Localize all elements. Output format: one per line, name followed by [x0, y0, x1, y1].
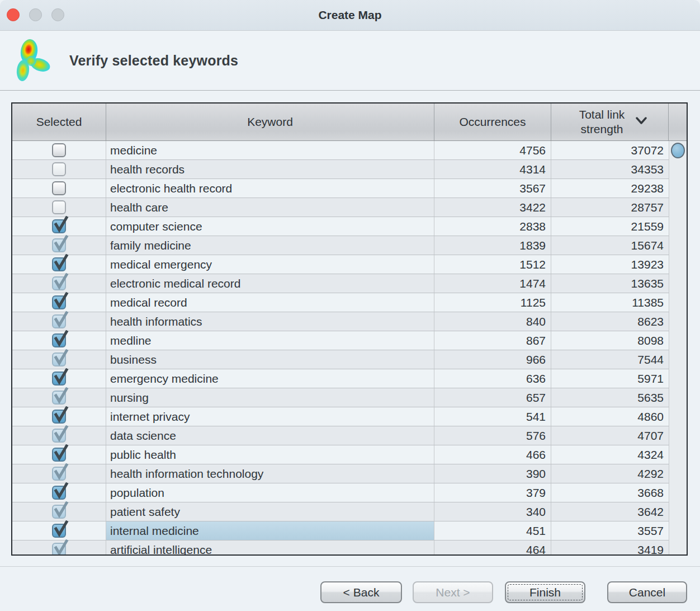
- total-link-strength-cell[interactable]: 11385: [551, 293, 669, 312]
- total-link-strength-cell[interactable]: 7544: [551, 350, 669, 369]
- table-row[interactable]: medline 867 8098: [12, 331, 669, 350]
- table-row[interactable]: public health 466 4324: [12, 445, 669, 464]
- total-link-strength-cell[interactable]: 3642: [551, 502, 669, 521]
- row-checkbox[interactable]: [52, 410, 66, 424]
- occurrences-cell[interactable]: 390: [434, 464, 551, 483]
- keyword-cell[interactable]: data science: [106, 426, 434, 445]
- total-link-strength-cell[interactable]: 34353: [551, 160, 669, 178]
- occurrences-cell[interactable]: 379: [434, 483, 551, 502]
- occurrences-cell[interactable]: 466: [434, 445, 551, 464]
- row-checkbox[interactable]: [52, 543, 66, 554]
- keyword-cell[interactable]: electronic health record: [106, 179, 434, 198]
- row-checkbox[interactable]: [52, 486, 66, 500]
- total-link-strength-cell[interactable]: 4324: [551, 445, 669, 464]
- occurrences-cell[interactable]: 451: [434, 521, 551, 540]
- row-checkbox[interactable]: [52, 162, 66, 176]
- keyword-cell[interactable]: health care: [106, 198, 434, 217]
- keyword-cell[interactable]: population: [106, 483, 434, 502]
- minimize-icon[interactable]: [29, 8, 42, 21]
- total-link-strength-cell[interactable]: 5635: [551, 388, 669, 407]
- occurrences-cell[interactable]: 1125: [434, 293, 551, 312]
- row-checkbox[interactable]: [52, 333, 66, 347]
- table-row[interactable]: electronic health record 3567 29238: [12, 179, 669, 198]
- keyword-cell[interactable]: health information technology: [106, 464, 434, 483]
- table-row[interactable]: artificial intelligence 464 3419: [12, 540, 669, 554]
- table-row[interactable]: health records 4314 34353: [12, 160, 669, 179]
- row-checkbox[interactable]: [52, 352, 66, 366]
- occurrences-cell[interactable]: 1512: [434, 255, 551, 274]
- table-row[interactable]: data science 576 4707: [12, 426, 669, 445]
- total-link-strength-cell[interactable]: 4860: [551, 407, 669, 426]
- occurrences-cell[interactable]: 3567: [434, 179, 551, 198]
- table-row[interactable]: emergency medicine 636 5971: [12, 369, 669, 388]
- total-link-strength-cell[interactable]: 8098: [551, 331, 669, 350]
- keyword-cell[interactable]: medical record: [106, 293, 434, 312]
- total-link-strength-cell[interactable]: 4707: [551, 426, 669, 445]
- table-row[interactable]: medicine 4756 37072: [12, 141, 669, 160]
- keyword-cell[interactable]: patient safety: [106, 502, 434, 521]
- keyword-cell[interactable]: medicine: [106, 141, 434, 159]
- table-row[interactable]: medical emergency 1512 13923: [12, 255, 669, 274]
- finish-button[interactable]: Finish: [505, 581, 585, 603]
- column-header-keyword[interactable]: Keyword: [106, 104, 434, 140]
- table-row[interactable]: medical record 1125 11385: [12, 293, 669, 312]
- row-checkbox[interactable]: [52, 238, 66, 252]
- occurrences-cell[interactable]: 464: [434, 540, 551, 554]
- cancel-button[interactable]: Cancel: [607, 581, 687, 603]
- keyword-cell[interactable]: health informatics: [106, 312, 434, 331]
- row-checkbox[interactable]: [52, 448, 66, 462]
- row-checkbox[interactable]: [52, 314, 66, 328]
- next-button[interactable]: Next >: [413, 581, 493, 603]
- row-checkbox[interactable]: [52, 295, 66, 309]
- keyword-cell[interactable]: medical emergency: [106, 255, 434, 274]
- total-link-strength-cell[interactable]: 3557: [551, 521, 669, 540]
- close-icon[interactable]: [7, 8, 20, 21]
- total-link-strength-cell[interactable]: 13635: [551, 274, 669, 293]
- row-checkbox[interactable]: [52, 372, 66, 386]
- total-link-strength-cell[interactable]: 15674: [551, 236, 669, 255]
- table-row[interactable]: internal medicine 451 3557: [12, 521, 669, 540]
- table-row[interactable]: health informatics 840 8623: [12, 312, 669, 331]
- occurrences-cell[interactable]: 2838: [434, 217, 551, 236]
- keyword-cell[interactable]: nursing: [106, 388, 434, 407]
- keyword-cell[interactable]: family medicine: [106, 236, 434, 255]
- occurrences-cell[interactable]: 4756: [434, 141, 551, 159]
- table-row[interactable]: nursing 657 5635: [12, 388, 669, 407]
- total-link-strength-cell[interactable]: 21559: [551, 217, 669, 236]
- table-row[interactable]: health care 3422 28757: [12, 198, 669, 217]
- total-link-strength-cell[interactable]: 3668: [551, 483, 669, 502]
- occurrences-cell[interactable]: 541: [434, 407, 551, 426]
- occurrences-cell[interactable]: 3422: [434, 198, 551, 217]
- total-link-strength-cell[interactable]: 13923: [551, 255, 669, 274]
- row-checkbox[interactable]: [52, 181, 66, 195]
- row-checkbox[interactable]: [52, 391, 66, 405]
- row-checkbox[interactable]: [52, 429, 66, 443]
- row-checkbox[interactable]: [52, 200, 66, 214]
- table-row[interactable]: internet privacy 541 4860: [12, 407, 669, 426]
- keyword-cell[interactable]: internal medicine: [106, 521, 434, 540]
- keyword-cell[interactable]: medline: [106, 331, 434, 350]
- keyword-cell[interactable]: computer science: [106, 217, 434, 236]
- keyword-cell[interactable]: business: [106, 350, 434, 369]
- occurrences-cell[interactable]: 840: [434, 312, 551, 331]
- total-link-strength-cell[interactable]: 37072: [551, 141, 669, 159]
- total-link-strength-cell[interactable]: 8623: [551, 312, 669, 331]
- occurrences-cell[interactable]: 4314: [434, 160, 551, 178]
- occurrences-cell[interactable]: 636: [434, 369, 551, 388]
- keyword-cell[interactable]: public health: [106, 445, 434, 464]
- column-header-total-link-strength[interactable]: Total link strength: [551, 104, 669, 140]
- table-row[interactable]: population 379 3668: [12, 483, 669, 502]
- keyword-cell[interactable]: internet privacy: [106, 407, 434, 426]
- back-button[interactable]: < Back: [320, 581, 402, 603]
- table-row[interactable]: patient safety 340 3642: [12, 502, 669, 521]
- row-checkbox[interactable]: [52, 505, 66, 519]
- vertical-scrollbar[interactable]: [669, 141, 687, 554]
- table-row[interactable]: business 966 7544: [12, 350, 669, 369]
- column-header-occurrences[interactable]: Occurrences: [434, 104, 551, 140]
- table-row[interactable]: health information technology 390 4292: [12, 464, 669, 483]
- scrollbar-thumb[interactable]: [671, 143, 685, 158]
- occurrences-cell[interactable]: 966: [434, 350, 551, 369]
- zoom-icon[interactable]: [51, 8, 64, 21]
- row-checkbox[interactable]: [52, 467, 66, 481]
- row-checkbox[interactable]: [52, 143, 66, 157]
